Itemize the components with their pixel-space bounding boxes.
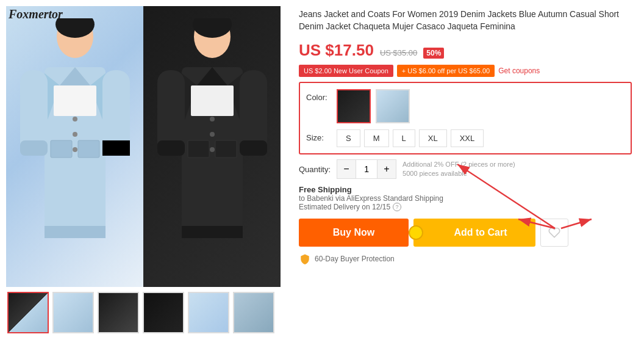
discount-badge: 50% <box>423 48 444 59</box>
svg-rect-35 <box>191 85 234 116</box>
svg-rect-26 <box>188 140 209 158</box>
svg-rect-8 <box>51 140 72 158</box>
options-box: Color: Size: S M L XL XX <box>299 82 632 154</box>
jacket-dark-svg <box>148 18 276 275</box>
quantity-label: Quantity: <box>299 165 331 174</box>
size-label: Size: <box>306 129 331 142</box>
cart-coin-icon <box>409 225 423 240</box>
thumbnail-3[interactable] <box>98 292 139 333</box>
svg-rect-32 <box>182 226 243 238</box>
color-swatch-light[interactable] <box>376 89 410 123</box>
size-l[interactable]: L <box>393 129 415 147</box>
svg-rect-30 <box>157 140 185 156</box>
color-swatch-dark[interactable] <box>337 89 371 123</box>
right-panel: Jeans Jacket and Coats For Women 2019 De… <box>287 0 644 359</box>
color-label: Color: <box>306 89 331 102</box>
quantity-input[interactable] <box>356 160 377 178</box>
product-image-light <box>6 6 143 287</box>
delivery-row: Estimated Delivery on 12/15 ? <box>299 203 632 211</box>
quantity-increase-button[interactable]: + <box>377 160 396 178</box>
main-product-image <box>6 6 281 287</box>
svg-point-23 <box>210 117 215 121</box>
buy-now-button[interactable]: Buy Now <box>299 219 409 247</box>
size-m[interactable]: M <box>364 129 389 147</box>
thumbnail-strip <box>6 292 281 333</box>
quantity-info: Additional 2% OFF (2 pieces or more) 500… <box>402 160 515 179</box>
quantity-decrease-button[interactable]: − <box>337 160 356 178</box>
delivery-label: Estimated Delivery on 12/15 <box>299 203 390 211</box>
svg-rect-27 <box>215 140 237 158</box>
svg-rect-13 <box>102 140 130 156</box>
annotation-area: Buy Now Add to Cart <box>299 216 632 247</box>
shipping-detail: to Babenki via AliExpress Standard Shipp… <box>299 194 632 203</box>
add-to-cart-button[interactable]: Add to Cart <box>413 219 535 247</box>
size-option-row: Size: S M L XL XXL <box>306 129 624 147</box>
thumbnail-2[interactable] <box>52 292 94 333</box>
bulk-coupon[interactable]: + US $6.00 off per US $65.00 <box>397 65 495 77</box>
original-price: US $35.00 <box>380 48 417 57</box>
svg-point-5 <box>73 117 77 121</box>
brand-logo: Foxmertor <box>9 7 63 21</box>
action-row: Buy Now Add to Cart <box>299 219 632 247</box>
svg-rect-17 <box>54 85 96 116</box>
size-xl[interactable]: XL <box>419 129 447 147</box>
shipping-section: Free Shipping to Babenki via AliExpress … <box>299 185 632 211</box>
thumbnail-1[interactable] <box>7 292 49 333</box>
delivery-help-icon[interactable]: ? <box>393 203 401 211</box>
svg-rect-14 <box>45 226 106 238</box>
svg-rect-31 <box>240 140 267 156</box>
quantity-control: − + <box>337 159 396 179</box>
svg-rect-9 <box>78 140 99 158</box>
wishlist-button[interactable] <box>540 219 568 247</box>
current-price: US $17.50 <box>299 41 374 60</box>
size-s[interactable]: S <box>337 129 360 147</box>
free-shipping-label: Free Shipping <box>299 185 632 194</box>
thumbnail-4[interactable] <box>143 292 184 333</box>
coupon-row: US $2.00 New User Coupon + US $6.00 off … <box>299 65 632 77</box>
add-to-cart-label: Add to Cart <box>454 227 507 238</box>
thumbnail-5[interactable] <box>188 292 229 333</box>
size-options: S M L XL XXL <box>337 129 484 147</box>
size-xxl[interactable]: XXL <box>451 129 484 147</box>
jacket-light-svg <box>11 18 139 275</box>
svg-point-7 <box>73 147 77 152</box>
heart-icon <box>548 227 560 239</box>
svg-point-25 <box>210 147 215 152</box>
color-option-row: Color: <box>306 89 624 123</box>
buyer-protection: 60-Day Buyer Protection <box>299 253 632 265</box>
buyer-protection-label: 60-Day Buyer Protection <box>315 255 395 263</box>
svg-point-6 <box>73 132 77 137</box>
svg-point-24 <box>210 132 215 137</box>
left-panel: Foxmertor <box>0 0 287 359</box>
thumbnail-6[interactable] <box>233 292 274 333</box>
new-user-coupon[interactable]: US $2.00 New User Coupon <box>299 65 393 77</box>
quantity-row: Quantity: − + Additional 2% OFF (2 piece… <box>299 159 632 179</box>
color-swatches <box>337 89 410 123</box>
svg-rect-12 <box>20 140 48 156</box>
product-image-dark <box>143 6 281 287</box>
price-row: US $17.50 US $35.00 50% <box>299 41 632 60</box>
product-title: Jeans Jacket and Coats For Women 2019 De… <box>299 9 632 32</box>
get-coupons-link[interactable]: Get coupons <box>498 67 540 75</box>
shield-icon <box>299 253 311 265</box>
